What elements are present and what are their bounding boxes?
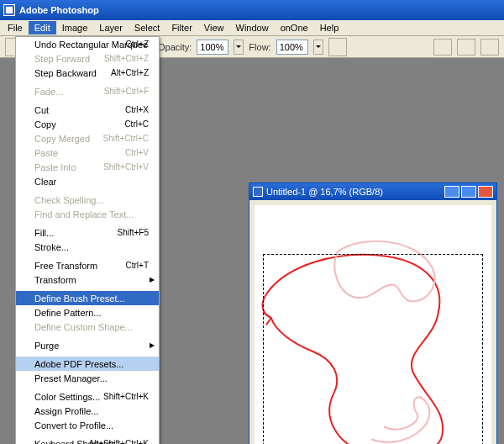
- menu-item[interactable]: Clear: [16, 174, 159, 188]
- submenu-arrow-icon: ▶: [150, 276, 155, 283]
- menu-shortcut: Shift+Ctrl+V: [103, 162, 149, 172]
- menu-shortcut: Shift+Ctrl+K: [103, 392, 149, 401]
- palette-well-button-3[interactable]: [480, 39, 499, 56]
- menu-item-window[interactable]: Window: [230, 21, 275, 34]
- menu-item-label: Purge: [34, 341, 59, 351]
- menu-shortcut: Alt+Ctrl+Z: [111, 68, 149, 77]
- menu-item[interactable]: Preset Manager...: [16, 371, 159, 385]
- menu-item-label: Fill...: [34, 228, 54, 238]
- menu-item-help[interactable]: Help: [314, 21, 345, 34]
- menu-item[interactable]: Convert to Profile...: [16, 418, 159, 432]
- flow-field[interactable]: 100%: [276, 40, 308, 55]
- submenu-arrow-icon: ▶: [150, 341, 155, 349]
- menu-separator: [18, 223, 157, 224]
- opacity-field[interactable]: 100%: [197, 40, 228, 55]
- menu-separator: [18, 354, 157, 355]
- menu-item[interactable]: Fill...Shift+F5: [16, 225, 159, 240]
- menu-shortcut: Ctrl+X: [125, 105, 149, 114]
- menu-separator: [18, 256, 157, 256]
- menu-item-label: Clear: [34, 177, 56, 187]
- menu-shortcut: Ctrl+V: [125, 148, 149, 157]
- menu-shortcut: Ctrl+T: [126, 261, 150, 270]
- document-titlebar[interactable]: Untitled-1 @ 16,7% (RGB/8): [249, 183, 496, 200]
- menu-shortcut: Shift+F5: [117, 228, 149, 237]
- menu-item-select[interactable]: Select: [129, 21, 166, 34]
- menu-shortcut: Alt+Shift+Ctrl+K: [89, 439, 149, 444]
- canvas[interactable]: [255, 205, 491, 444]
- flow-label: Flow:: [249, 42, 270, 52]
- opacity-label: Opacity:: [158, 42, 192, 52]
- flow-dropdown[interactable]: [313, 40, 323, 55]
- menu-item-label: Paste Into: [34, 162, 76, 172]
- menu-item[interactable]: Color Settings...Shift+Ctrl+K: [16, 389, 159, 404]
- menu-item[interactable]: Keyboard Shortcuts...Alt+Shift+Ctrl+K: [16, 436, 159, 444]
- marquee-selection: [263, 254, 483, 444]
- menu-item-label: Preset Manager...: [34, 373, 108, 383]
- menu-item-image[interactable]: Image: [56, 21, 94, 34]
- document-window[interactable]: Untitled-1 @ 16,7% (RGB/8): [249, 182, 497, 444]
- app-icon: [3, 4, 15, 16]
- opacity-dropdown[interactable]: [234, 40, 244, 55]
- menu-item-label: Find and Replace Text...: [34, 209, 134, 219]
- document-icon: [253, 187, 263, 197]
- close-button[interactable]: [478, 186, 493, 198]
- menu-item-label: Convert to Profile...: [34, 420, 113, 431]
- menu-item-label: Copy: [34, 119, 56, 130]
- menu-item[interactable]: CopyCtrl+C: [16, 117, 159, 131]
- menu-separator: [18, 100, 157, 101]
- minimize-button[interactable]: [444, 186, 459, 198]
- menu-shortcut: Ctrl+Z: [126, 40, 150, 49]
- menu-item-onone[interactable]: onOne: [275, 21, 314, 34]
- menu-item[interactable]: Define Brush Preset...: [16, 291, 159, 305]
- menu-shortcut: Ctrl+C: [124, 119, 149, 129]
- palette-well-button-2[interactable]: [457, 39, 475, 56]
- menu-item-label: Transform: [34, 275, 76, 285]
- menu-item[interactable]: Free TransformCtrl+T: [16, 258, 159, 272]
- menu-item[interactable]: Assign Profile...: [16, 404, 159, 418]
- palette-well-button[interactable]: [433, 39, 452, 56]
- menu-item-label: Define Pattern...: [34, 308, 102, 318]
- menu-item: Step ForwardShift+Ctrl+Z: [16, 51, 159, 66]
- menu-item: Find and Replace Text...: [16, 207, 159, 221]
- menu-item-label: Color Settings...: [34, 392, 100, 402]
- menu-item-label: Define Custom Shape...: [34, 322, 133, 332]
- menu-item-layer[interactable]: Layer: [93, 21, 129, 34]
- menu-separator: [18, 288, 157, 289]
- menu-item: Define Custom Shape...: [16, 320, 159, 334]
- menu-item: Fade...Shift+Ctrl+F: [16, 84, 159, 98]
- menu-separator: [18, 387, 157, 388]
- app-title: Adobe Photoshop: [19, 5, 99, 15]
- menu-item[interactable]: Step BackwardAlt+Ctrl+Z: [16, 66, 159, 80]
- menu-item-label: Step Backward: [34, 68, 97, 78]
- menu-shortcut: Shift+Ctrl+F: [104, 87, 149, 96]
- menu-item[interactable]: Define Pattern...: [16, 305, 159, 320]
- menu-item[interactable]: Undo Rectangular MarqueeCtrl+Z: [16, 37, 159, 51]
- app-titlebar: Adobe Photoshop: [0, 0, 504, 20]
- menu-item: Copy MergedShift+Ctrl+C: [16, 131, 159, 145]
- menu-item[interactable]: Purge▶: [16, 338, 159, 352]
- menu-item[interactable]: Adobe PDF Presets...: [16, 357, 159, 371]
- menu-item-edit[interactable]: Edit: [29, 21, 56, 34]
- menu-item-filter[interactable]: Filter: [165, 21, 197, 34]
- document-title: Untitled-1 @ 16,7% (RGB/8): [266, 187, 383, 197]
- menu-item[interactable]: CutCtrl+X: [16, 103, 159, 117]
- airbrush-button[interactable]: [328, 38, 347, 56]
- menu-separator: [18, 336, 157, 336]
- menu-item-label: Define Brush Preset...: [34, 293, 125, 304]
- maximize-button[interactable]: [461, 186, 476, 198]
- menu-separator: [18, 82, 157, 82]
- menu-shortcut: Shift+Ctrl+Z: [104, 54, 149, 63]
- menu-shortcut: Shift+Ctrl+C: [103, 134, 149, 143]
- menu-item-view[interactable]: View: [198, 21, 230, 34]
- menu-item-label: Copy Merged: [34, 134, 90, 144]
- menu-item-label: Fade...: [34, 87, 63, 97]
- menu-item-label: Step Forward: [34, 54, 90, 64]
- menu-item-label: Paste: [34, 148, 58, 158]
- menu-item[interactable]: Stroke...: [16, 240, 159, 254]
- edit-menu: Undo Rectangular MarqueeCtrl+ZStep Forwa…: [15, 36, 160, 444]
- menu-item-label: Stroke...: [34, 242, 69, 252]
- menu-item-label: Check Spelling...: [34, 195, 104, 205]
- menu-item[interactable]: Transform▶: [16, 272, 159, 287]
- menu-item-file[interactable]: File: [2, 21, 29, 34]
- menu-separator: [18, 434, 157, 435]
